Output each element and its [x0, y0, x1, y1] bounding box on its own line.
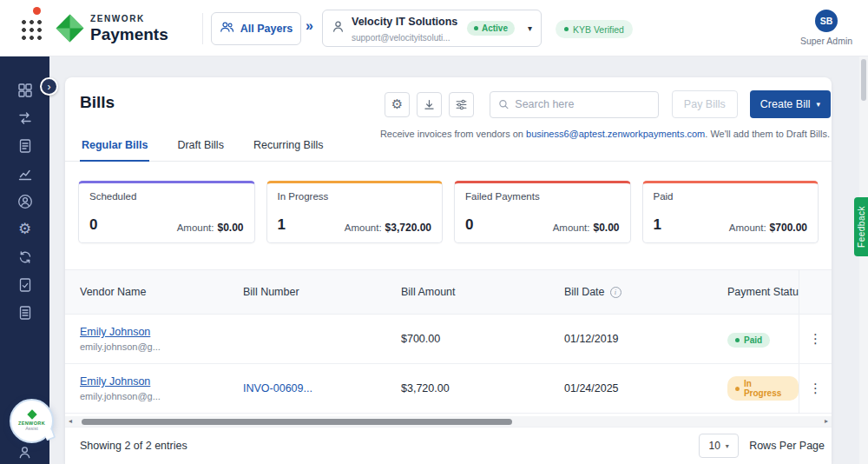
dashboard-icon[interactable] — [17, 83, 33, 98]
stat-amount-value: $700.00 — [770, 222, 807, 234]
bill-amount: $700.00 — [401, 333, 564, 345]
bill-number-link[interactable]: INVO-00609... — [243, 382, 401, 394]
settings-gear-icon[interactable]: ⚙ — [17, 222, 33, 237]
vertical-scrollbar-thumb[interactable] — [861, 59, 866, 101]
search-icon — [498, 98, 509, 110]
stat-card-failed-payments[interactable]: Failed Payments 0 Amount:$0.00 — [454, 181, 631, 243]
gear-icon: ⚙ — [391, 96, 403, 112]
vendor-link[interactable]: Emily Johnson — [80, 326, 243, 338]
vendor-cell: Emily Johnson emily.johnson@g... — [80, 375, 243, 401]
bills-icon[interactable] — [17, 138, 33, 154]
pay-bills-button[interactable]: Pay Bills — [672, 90, 738, 118]
profile-icon[interactable] — [17, 194, 33, 209]
stat-amount-label: Amount: — [553, 222, 590, 233]
kyb-verified-badge: KYB Verified — [556, 20, 633, 38]
download-button[interactable] — [417, 92, 442, 117]
stat-label: Scheduled — [89, 191, 244, 202]
rows-per-page-select[interactable]: 10 ▾ — [699, 434, 739, 458]
col-vendor-name: Vendor Name — [80, 286, 243, 298]
stat-amount-label: Amount: — [729, 222, 766, 233]
status-label: In Progress — [744, 379, 791, 398]
assist-logo-icon — [27, 409, 36, 419]
settings-button[interactable]: ⚙ — [385, 92, 410, 117]
tab-regular-bills[interactable]: Regular Bills — [80, 139, 149, 162]
kyb-dot-icon — [564, 27, 569, 31]
all-payers-button[interactable]: All Payers — [211, 12, 301, 45]
kebab-menu-icon[interactable]: ⋮ — [809, 381, 822, 396]
scroll-left-icon[interactable]: ◂ — [69, 417, 72, 425]
sidebar-footer — [0, 444, 49, 460]
stat-amount-label: Amount: — [345, 222, 382, 233]
bill-date: 01/12/2019 — [564, 333, 727, 345]
stat-card-paid[interactable]: Paid 1 Amount:$700.00 — [642, 181, 819, 243]
reports-icon[interactable] — [17, 305, 33, 321]
brand-name: ZENWORK — [90, 14, 168, 23]
tab-draft-bills[interactable]: Draft Bills — [175, 139, 225, 161]
user-menu: SB Super Admin — [792, 10, 861, 46]
chevron-down-icon[interactable]: ▾ — [528, 23, 532, 33]
sidebar-nav: ⚙ — [0, 56, 49, 321]
sync-icon[interactable] — [17, 249, 33, 265]
vendor-email: emily.johnson@g... — [80, 391, 243, 401]
scroll-right-icon[interactable]: ▸ — [825, 417, 828, 425]
status-label: Paid — [744, 335, 762, 345]
bills-table: Vendor Name Bill Number Bill Amount Bill… — [65, 269, 832, 414]
status-badge: In Progress — [727, 376, 799, 401]
info-icon[interactable]: i — [610, 287, 621, 298]
company-status-badge: Active — [467, 21, 515, 36]
invoice-email: business6@aptest.zenworkpayments.com — [526, 129, 705, 139]
notification-dot — [33, 7, 41, 15]
company-name: Velocity IT Solutions — [352, 16, 457, 28]
stat-amount-value: $3,720.00 — [385, 222, 431, 234]
stat-count: 0 — [89, 216, 97, 234]
filter-button[interactable] — [449, 92, 474, 117]
bill-amount: $3,720.00 — [401, 382, 564, 394]
vendor-email: emily.johnson@g... — [80, 341, 243, 352]
row-actions: ⋮ — [799, 315, 832, 363]
status-dot-icon — [735, 387, 740, 391]
create-bill-button[interactable]: Create Bill ▾ — [750, 90, 831, 118]
bills-toolbar: ⚙ Pay Bills Create Bill ▾ — [378, 90, 831, 118]
chevrons-right-icon[interactable]: » — [306, 18, 313, 34]
zenwork-assist-widget[interactable]: ZENWORK Assist — [10, 399, 54, 443]
analytics-icon[interactable] — [17, 166, 33, 182]
horizontal-scrollbar-thumb[interactable] — [82, 419, 512, 425]
horizontal-scrollbar[interactable]: ◂ ▸ — [65, 416, 832, 427]
account-icon[interactable] — [17, 444, 33, 460]
vertical-scrollbar[interactable] — [859, 56, 868, 464]
status-badge: Paid — [727, 333, 770, 348]
approvals-icon[interactable] — [17, 277, 33, 293]
stat-count: 1 — [654, 216, 661, 234]
status-cell: Paid — [727, 330, 799, 348]
tab-recurring-bills[interactable]: Recurring Bills — [252, 139, 326, 161]
col-payment-status: Payment Status — [727, 286, 799, 298]
stat-card-in-progress[interactable]: In Progress 1 Amount:$3,720.00 — [266, 181, 444, 243]
status-cell: In Progress — [727, 376, 799, 401]
stat-amount-label: Amount: — [177, 222, 214, 233]
company-email: support@velocityitsoluti... — [352, 33, 450, 43]
vendor-link[interactable]: Emily Johnson — [80, 375, 243, 388]
rows-per-page-label: Rows Per Page — [749, 440, 825, 452]
assist-label: Assist — [25, 426, 38, 431]
brand-text: ZENWORK Payments — [90, 14, 168, 44]
sidebar-expand-button[interactable]: › — [40, 77, 58, 96]
invoice-note: Receive invoices from vendors on busines… — [380, 129, 830, 139]
feedback-tab[interactable]: Feedback — [854, 197, 868, 256]
avatar[interactable]: SB — [815, 10, 838, 32]
kebab-menu-icon[interactable]: ⋮ — [809, 331, 822, 347]
app-grid-icon[interactable] — [20, 18, 43, 41]
search-input[interactable] — [515, 98, 650, 110]
stat-card-scheduled[interactable]: Scheduled 0 Amount:$0.00 — [78, 181, 255, 243]
stat-amount-value: $0.00 — [217, 222, 243, 234]
stats-row: Scheduled 0 Amount:$0.00 In Progress 1 A… — [78, 181, 819, 243]
company-selector[interactable]: Velocity IT Solutions support@velocityit… — [322, 10, 542, 47]
transfers-icon[interactable] — [17, 110, 33, 126]
page-title: Bills — [80, 93, 115, 112]
vendor-cell: Emily Johnson emily.johnson@g... — [80, 326, 243, 352]
invoice-note-prefix: Receive invoices from vendors on — [380, 129, 526, 139]
stat-amount-value: $0.00 — [593, 222, 619, 234]
bills-card: Bills ⚙ Pay Bills Create Bill ▾ — [65, 77, 832, 464]
kyb-label: KYB Verified — [573, 24, 624, 35]
bills-tabs: Regular Bills Draft Bills Recurring Bill… — [65, 139, 832, 162]
col-actions — [799, 270, 832, 314]
